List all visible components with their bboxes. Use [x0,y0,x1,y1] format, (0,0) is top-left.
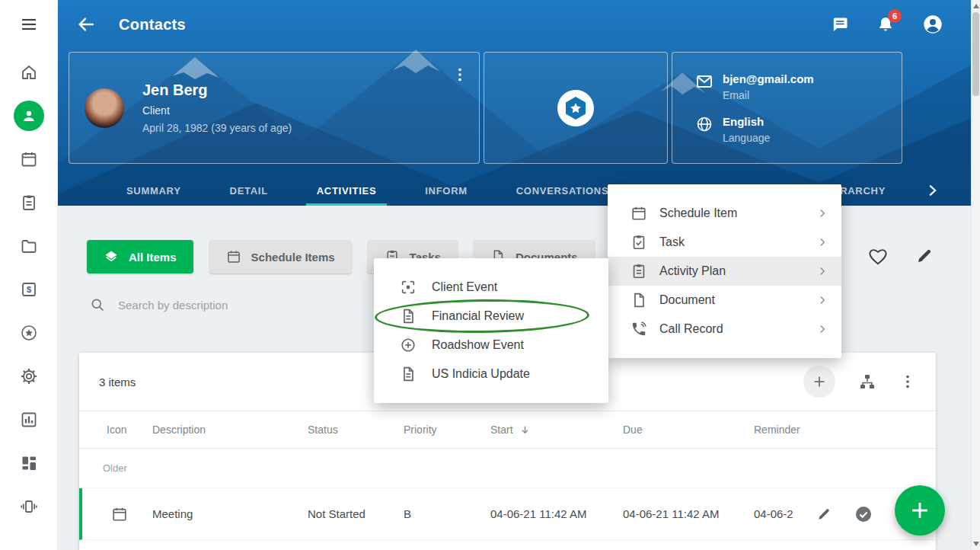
column-start-label: Start [490,424,513,436]
account-icon[interactable] [922,14,943,35]
vibrate-phone-icon [20,497,38,516]
column-start[interactable]: Start [490,424,623,436]
tab-activities[interactable]: ACTIVITIES [306,175,388,206]
column-icon[interactable]: Icon [107,424,152,436]
gear-icon [20,367,38,385]
sidebar-item-interests[interactable] [0,311,58,354]
tabs-scroll-right-icon[interactable] [924,182,940,199]
menu-item-label: Activity Plan [659,264,803,278]
table-kebab-menu-icon[interactable] [899,373,916,390]
edit-pencil-icon[interactable] [915,247,934,267]
plus-circle-icon [400,337,417,353]
contact-name: Jen Berg [142,82,292,99]
row-reminder: 04-06-2 [754,507,793,520]
menu-item-document[interactable]: Document [608,286,841,315]
submenu-item-us-indicia-update[interactable]: US Indicia Update [374,360,608,389]
email-icon [695,72,713,91]
language-info-row: English Language [695,115,902,144]
favorite-heart-icon[interactable] [868,247,888,267]
scrollbar-thumb[interactable] [972,12,979,96]
search-icon [90,297,105,312]
card-kebab-menu-icon[interactable] [452,66,468,83]
clipboard-icon [20,193,38,212]
sidebar-item-contacts[interactable] [0,94,58,137]
star-circle-icon [20,324,38,342]
notifications-button[interactable]: 6 [876,15,895,34]
sidebar-item-settings[interactable] [0,354,58,398]
column-priority[interactable]: Priority [404,424,490,436]
sidebar-item-tasks[interactable] [0,181,58,224]
submenu-item-label: Financial Review [432,309,596,323]
sidebar-item-documents[interactable] [0,224,58,267]
document-icon [400,308,417,325]
column-due[interactable]: Due [623,424,754,436]
row-complete-check-icon[interactable] [854,505,873,523]
chevron-right-icon [816,322,829,336]
submenu-item-label: Roadshow Event [432,338,596,352]
scroll-down-arrow-icon[interactable] [973,542,979,546]
document-icon [630,292,647,309]
scrollbar[interactable] [971,0,980,550]
row-status: Not Started [308,507,404,520]
dashboard-icon [20,454,38,472]
column-status[interactable]: Status [308,424,404,436]
star-badge-icon[interactable] [557,90,594,126]
hierarchy-view-icon[interactable] [858,373,876,391]
sidebar-item-home[interactable] [0,50,58,94]
document-icon [400,366,417,382]
table-row[interactable]: Meeting Not Started B 04-06-21 11:42 AM … [79,488,936,540]
row-calendar-icon [111,506,152,523]
contact-avatar [85,88,124,128]
sidebar-item-billing[interactable]: $ [0,267,58,311]
items-count: 3 items [99,376,136,389]
chat-icon[interactable] [831,15,849,34]
center-focus-icon [400,279,417,296]
column-description[interactable]: Description [152,424,308,436]
submenu-item-financial-review[interactable]: Financial Review [374,302,608,331]
billing-icon: $ [20,280,38,299]
column-reminder[interactable]: Reminder [754,424,936,436]
back-arrow-icon[interactable] [76,14,96,34]
filter-schedule-items-button[interactable]: Schedule Items [209,240,352,273]
sidebar-item-dashboard[interactable] [0,441,58,484]
page-title: Contacts [119,16,186,34]
folder-icon [20,237,38,255]
contact-text-block: Jen Berg Client April 28, 1982 (39 years… [142,82,292,134]
filter-all-items-button[interactable]: All Items [87,240,193,273]
sidebar-item-calendar[interactable] [0,137,58,181]
contacts-icon [14,101,44,131]
filter-schedule-items-label: Schedule Items [251,251,335,264]
row-priority: B [404,507,490,520]
chevron-right-icon [816,264,829,278]
tab-conversations[interactable]: CONVERSATIONS [506,175,620,206]
menu-item-activity-plan[interactable]: Activity Plan [608,257,841,286]
table-controls [803,366,916,398]
menu-item-label: Task [659,235,803,249]
table-column-headers: Icon Description Status Priority Start D… [79,411,936,449]
submenu-item-roadshow-event[interactable]: Roadshow Event [374,331,608,360]
row-description: Meeting [152,507,308,520]
calendar-icon [226,249,241,264]
language-text-block: English Language [723,115,770,144]
notification-badge: 6 [888,9,902,23]
contact-badge-card [484,52,668,164]
email-value: bjen@gmail.com [723,72,814,85]
menu-icon[interactable] [20,15,38,34]
fab-add-button[interactable] [895,485,945,536]
row-edit-pencil-icon[interactable] [816,507,832,522]
tab-summary[interactable]: SUMMARY [116,175,192,206]
submenu-item-client-event[interactable]: Client Event [374,273,608,302]
language-value: English [723,115,770,128]
add-item-button[interactable] [803,366,835,398]
scroll-up-arrow-icon[interactable] [973,4,979,8]
submenu-item-label: Client Event [432,280,596,294]
menu-item-call-record[interactable]: Call Record [608,315,841,344]
menu-item-task[interactable]: Task [608,228,841,257]
contact-type: Client [142,104,292,117]
sidebar-item-vibrate[interactable] [0,484,58,528]
tab-detail[interactable]: DETAIL [219,175,279,206]
menu-item-label: Document [659,293,803,307]
menu-item-schedule-item[interactable]: Schedule Item [608,199,841,228]
sidebar-item-analytics[interactable] [0,398,58,441]
tab-inform[interactable]: INFORM [414,175,477,206]
